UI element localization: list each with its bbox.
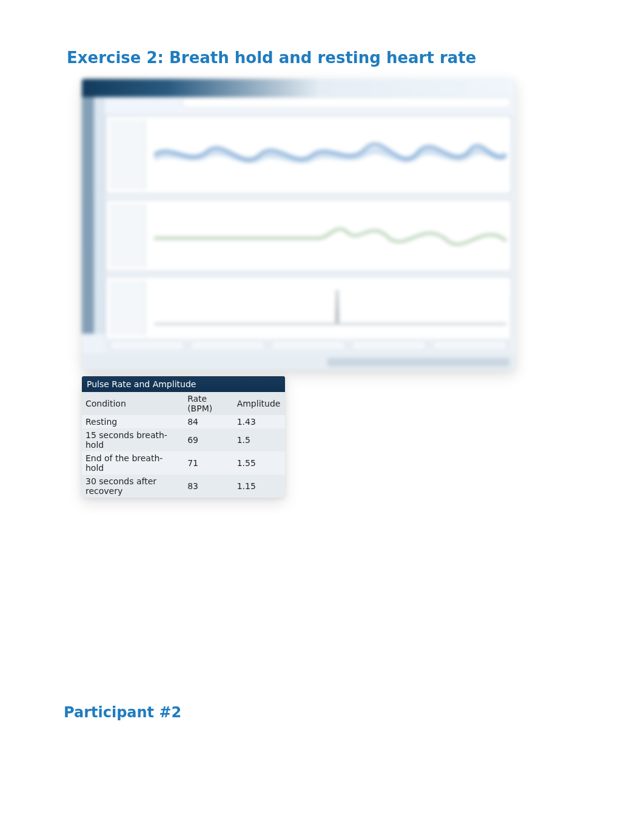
chart-panel-3-label: [109, 280, 146, 336]
cell-condition: 15 seconds breath-hold: [82, 428, 184, 451]
chart-screenshot: [82, 79, 515, 370]
cell-rate: 69: [184, 428, 233, 451]
chart-scrollbar: [327, 358, 509, 367]
table-row: 30 seconds after recovery 83 1.15: [82, 475, 285, 498]
chart-panel-2: [105, 199, 512, 272]
chart-bottom-tabs: [105, 339, 512, 352]
chart-panel-1: [105, 115, 512, 194]
chart-left-strip-2: [94, 97, 105, 334]
table-row: 15 seconds breath-hold 69 1.5: [82, 428, 285, 451]
cell-rate: 71: [184, 451, 233, 475]
chart-toolbar-field: [182, 97, 511, 108]
cell-amplitude: 1.15: [233, 475, 285, 498]
participant-title: Participant #2: [64, 704, 577, 721]
table-row: Resting 84 1.43: [82, 415, 285, 428]
cell-amplitude: 1.5: [233, 428, 285, 451]
chart-panel-2-label: [109, 203, 146, 268]
table-row: End of the breath-hold 71 1.55: [82, 451, 285, 475]
chart-panel-1-label: [109, 120, 146, 190]
chart-left-strip: [82, 97, 94, 334]
chart-panel-2-wave: [154, 208, 506, 263]
cell-amplitude: 1.43: [233, 415, 285, 428]
cell-rate: 83: [184, 475, 233, 498]
table-header-row: Condition Rate (BPM) Amplitude: [82, 392, 285, 415]
chart-titlebar: [82, 79, 515, 97]
chart-panel-3: [105, 276, 512, 340]
pulse-table: Condition Rate (BPM) Amplitude Resting 8…: [82, 392, 285, 498]
chart-panel-3-wave: [154, 285, 506, 331]
pulse-table-container: Pulse Rate and Amplitude Condition Rate …: [82, 376, 285, 498]
chart-footer: [82, 353, 515, 370]
cell-rate: 84: [184, 415, 233, 428]
cell-condition: End of the breath-hold: [82, 451, 184, 475]
exercise-title: Exercise 2: Breath hold and resting hear…: [67, 49, 577, 67]
cell-condition: 30 seconds after recovery: [82, 475, 184, 498]
chart-panel-1-wave: [154, 124, 506, 185]
col-condition: Condition: [82, 392, 184, 415]
cell-condition: Resting: [82, 415, 184, 428]
pulse-table-title: Pulse Rate and Amplitude: [82, 376, 285, 392]
cell-amplitude: 1.55: [233, 451, 285, 475]
col-amplitude: Amplitude: [233, 392, 285, 415]
col-rate: Rate (BPM): [184, 392, 233, 415]
